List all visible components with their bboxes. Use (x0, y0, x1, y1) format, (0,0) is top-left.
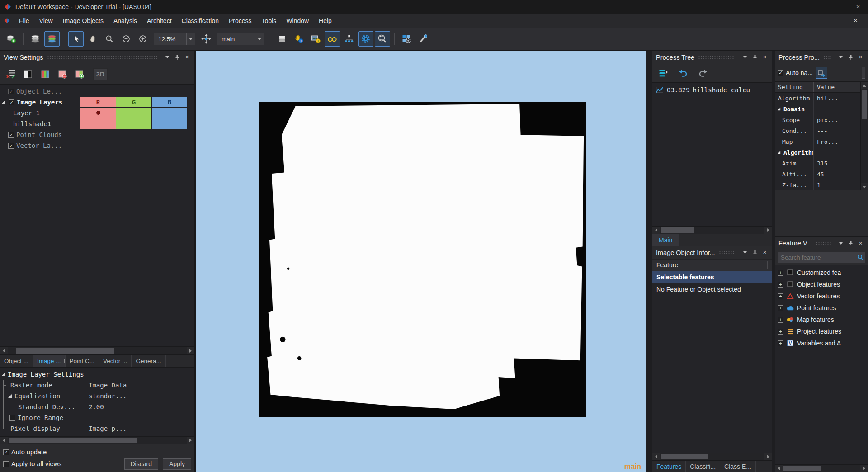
property-row[interactable]: Map Fro... (775, 136, 860, 147)
pixel-info-button[interactable]: i (291, 31, 307, 47)
feature-item-map[interactable]: Map features (775, 314, 868, 326)
grayscale-layer-button[interactable] (22, 68, 34, 80)
pin-button[interactable] (847, 55, 854, 60)
property-row[interactable]: Cond... --- (775, 125, 860, 136)
tree-row-vector-layers[interactable]: Vector La... (0, 140, 194, 151)
panel-menu-button[interactable] (163, 56, 171, 58)
setting-row-equalization[interactable]: Equalization standar... (0, 391, 194, 401)
band-header-b[interactable]: B (152, 97, 188, 108)
zoom-out-button[interactable] (118, 31, 134, 47)
scroll-left-button[interactable] (652, 453, 660, 460)
layer-stack-button[interactable] (28, 31, 43, 47)
menu-window[interactable]: Window (281, 15, 314, 27)
property-section-row[interactable]: Algorithm ... (775, 147, 860, 158)
tree-row-point-clouds[interactable]: Point Clouds (0, 129, 194, 140)
search-feature-input[interactable] (778, 254, 856, 261)
vector-layers-checkbox[interactable] (8, 143, 14, 149)
menu-file[interactable]: File (14, 15, 34, 27)
settings-hscrollbar[interactable] (0, 436, 194, 444)
menu-help[interactable]: Help (314, 15, 337, 27)
hillshade-band-g-cell[interactable] (116, 118, 152, 129)
panel-menu-button[interactable] (837, 242, 844, 245)
remove-layer-button[interactable] (56, 68, 69, 80)
classification-view-button[interactable] (325, 31, 340, 47)
scroll-track[interactable] (660, 227, 764, 234)
feature-item-variables[interactable]: V Variables and A (775, 337, 868, 349)
expand-plus-icon[interactable] (778, 270, 783, 276)
expand-plus-icon[interactable] (778, 305, 783, 311)
band-header-g[interactable]: G (116, 97, 152, 108)
tab-vector[interactable]: Vector ... (99, 355, 132, 367)
setting-row-raster-mode[interactable]: Raster mode Image Data (0, 380, 194, 391)
object-hierarchy-button[interactable] (341, 31, 357, 47)
scroll-right-button[interactable] (187, 347, 194, 354)
setting-row-standard-dev[interactable]: Standard Dev... 2.00 (0, 401, 194, 412)
panel-menu-button[interactable] (741, 56, 749, 58)
value-column-header[interactable]: Value (814, 82, 860, 92)
redo-button[interactable] (697, 67, 709, 80)
pin-button[interactable] (751, 250, 759, 255)
scroll-right-button[interactable] (764, 453, 772, 460)
scroll-left-button[interactable] (775, 465, 783, 472)
expander-icon[interactable] (778, 151, 780, 154)
close-panel-button[interactable]: ✕ (761, 250, 769, 255)
tree-row-hillshade[interactable]: hillshade1 (0, 118, 194, 129)
scroll-thumb[interactable] (661, 454, 708, 459)
feature-row-selectable[interactable]: Selectable features (652, 271, 772, 283)
process-tree-body[interactable]: 03.829 hillshade calcu (652, 82, 772, 226)
scroll-track[interactable] (861, 89, 868, 183)
menu-architect[interactable]: Architect (142, 15, 176, 27)
hillshade-band-b-cell[interactable] (152, 118, 188, 129)
scroll-track[interactable] (660, 453, 764, 460)
close-panel-button[interactable]: ✕ (761, 54, 769, 60)
discard-button[interactable]: Discard (124, 458, 158, 470)
panel-menu-button[interactable] (741, 251, 749, 254)
menu-image-objects[interactable]: Image Objects (58, 15, 108, 27)
layer1-band-r-cell[interactable] (80, 108, 116, 118)
setting-row-pixel-display[interactable]: Pixel display Image p... (0, 423, 194, 434)
image-object-info-body[interactable] (652, 296, 772, 453)
apply-all-views-checkbox[interactable] (3, 461, 9, 467)
property-row[interactable]: Algorithm hil... (775, 93, 860, 104)
process-list-button[interactable] (657, 67, 670, 80)
panel-divider[interactable] (646, 51, 652, 472)
panel-menu-button[interactable] (837, 56, 844, 58)
expander-icon[interactable] (8, 394, 12, 398)
scroll-track[interactable] (8, 437, 187, 444)
scroll-track[interactable] (783, 465, 860, 472)
zoom-region-button[interactable] (375, 31, 390, 47)
tree-row-object-levels[interactable]: Object Le... (0, 86, 194, 97)
add-layer-button[interactable] (73, 68, 86, 80)
zoom-select-arrow[interactable] (186, 33, 195, 45)
layer-tree-hscrollbar[interactable] (0, 347, 194, 354)
scroll-right-button[interactable] (187, 437, 194, 444)
tab-general[interactable]: Genera... (132, 355, 165, 367)
menu-view[interactable]: View (34, 15, 58, 27)
scroll-thumb[interactable] (9, 438, 137, 443)
minimize-button[interactable]: — (808, 0, 828, 14)
expand-plus-icon[interactable] (778, 293, 783, 299)
tab-features[interactable]: Features (652, 461, 686, 472)
image-info-button[interactable]: i (308, 31, 323, 47)
scroll-right-button[interactable] (764, 227, 772, 234)
menu-tools[interactable]: Tools (257, 15, 282, 27)
map-view-select[interactable]: main (217, 33, 264, 45)
pin-button[interactable] (751, 55, 759, 60)
scroll-left-button[interactable] (0, 347, 8, 354)
menu-process[interactable]: Process (224, 15, 257, 27)
feature-item-project[interactable]: Project features (775, 326, 868, 337)
band-radio[interactable] (96, 111, 100, 115)
expand-plus-icon[interactable] (778, 340, 783, 346)
ignore-range-checkbox[interactable] (9, 415, 15, 421)
manage-data-button[interactable] (399, 31, 414, 47)
setting-row-ignore-range[interactable]: Ignore Range (0, 412, 194, 423)
property-row[interactable]: Alti... 45 (775, 169, 860, 179)
tree-row-image-layers[interactable]: Image Layers R G B (0, 97, 194, 108)
close-panel-button[interactable]: ✕ (857, 241, 864, 246)
tree-row-layer1[interactable]: Layer 1 (0, 108, 194, 118)
properties-vscrollbar[interactable] (860, 81, 868, 190)
scroll-thumb[interactable] (783, 466, 821, 471)
tab-object[interactable]: Object ... (0, 355, 33, 367)
scroll-up-button[interactable] (861, 82, 868, 89)
zoom-level-select[interactable]: 12.5% (154, 33, 195, 45)
